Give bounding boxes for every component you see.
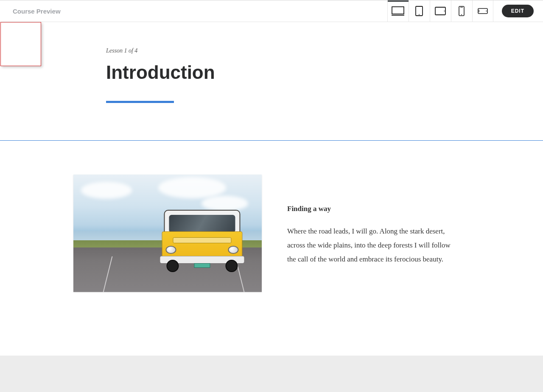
svg-rect-0 [392, 7, 404, 14]
content-block: Finding a way Where the road leads, I wi… [0, 141, 543, 356]
course-preview-viewport[interactable]: Lesson 1 of 4 Introduction [0, 22, 543, 392]
svg-point-3 [419, 14, 420, 15]
phone-portrait-icon [459, 6, 465, 16]
device-tablet-landscape-button[interactable] [430, 0, 451, 22]
content-body: Where the road leads, I will go. Along t… [287, 224, 459, 266]
title-accent-bar [106, 101, 174, 103]
device-desktop-button[interactable] [387, 0, 409, 22]
preview-toolbar: Course Preview [0, 0, 543, 22]
svg-point-8 [461, 14, 462, 15]
lesson-header: Lesson 1 of 4 Introduction [0, 22, 543, 140]
content-image-van [73, 175, 262, 292]
content-heading: Finding a way [287, 205, 459, 213]
device-phone-landscape-button[interactable] [472, 0, 493, 22]
highlight-overlay-box [0, 22, 41, 66]
phone-landscape-icon [478, 8, 488, 14]
lesson-title: Introduction [106, 62, 543, 83]
device-selector [387, 0, 493, 22]
content-text: Finding a way Where the road leads, I wi… [287, 200, 459, 266]
toolbar-title: Course Preview [13, 8, 61, 15]
footer-band [0, 356, 543, 392]
edit-button[interactable]: EDIT [502, 5, 534, 17]
svg-point-5 [444, 11, 445, 11]
lesson-counter: Lesson 1 of 4 [106, 47, 543, 54]
tablet-portrait-icon [415, 6, 423, 16]
device-phone-portrait-button[interactable] [451, 0, 472, 22]
device-tablet-portrait-button[interactable] [409, 0, 430, 22]
svg-rect-4 [435, 7, 445, 15]
desktop-icon [392, 6, 404, 16]
tablet-landscape-icon [435, 7, 446, 15]
svg-point-11 [486, 11, 487, 11]
toolbar-right: EDIT [387, 0, 534, 22]
